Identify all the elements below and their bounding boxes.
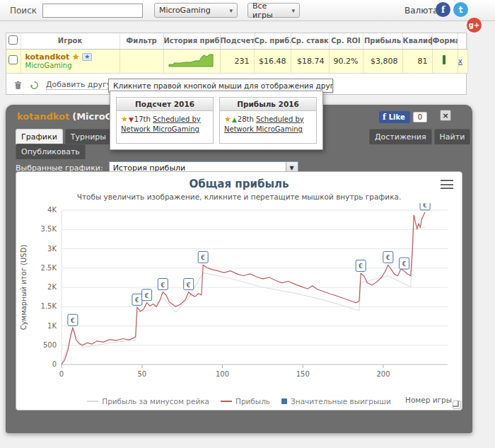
rank-value: 17th: [134, 115, 151, 123]
search-results-panel: Игрок Фильтр История приб. Подсчет Ср. п…: [6, 33, 467, 95]
remove-row-link[interactable]: x: [458, 57, 463, 66]
like-label: Like: [389, 113, 405, 121]
like-button[interactable]: f Like: [379, 111, 410, 123]
legend-item[interactable]: Прибыль: [221, 397, 270, 406]
svg-text:€: €: [135, 297, 139, 304]
svg-text:€: €: [71, 317, 75, 324]
svg-text:3.5K: 3.5K: [41, 225, 57, 233]
svg-text:50: 50: [137, 370, 146, 378]
network-select[interactable]: MicroGaming ▾: [154, 3, 238, 18]
col-header-filter[interactable]: Фильтр: [120, 33, 163, 49]
legend-item[interactable]: Прибыль за минусом рейка: [87, 397, 209, 406]
chevron-down-icon: ▾: [291, 7, 295, 14]
avg-stake-value: $18.74: [291, 49, 329, 73]
avg-roi-value: 90.2%: [329, 49, 363, 73]
profit-value: $3,808: [363, 49, 402, 73]
rank-panel-profit: Прибыль 2016 ★▲28th Scheduled by Network…: [219, 97, 317, 144]
googleplus-icon[interactable]: g+: [467, 18, 482, 33]
col-header-remove: [458, 33, 467, 49]
player-name-link[interactable]: kotandkot: [25, 52, 70, 62]
col-header-avg-profit[interactable]: Ср. приб.: [254, 33, 291, 49]
col-header-qualify[interactable]: Квалиф: [402, 33, 432, 49]
tab-share[interactable]: Опубликовать: [16, 144, 86, 159]
add-another-link[interactable]: Добавить другую: [46, 80, 118, 90]
chevron-down-icon: ▾: [229, 7, 233, 14]
svg-text:Суммарный итог (USD): Суммарный итог (USD): [20, 245, 28, 331]
trend-down-icon: ▼: [129, 116, 134, 123]
col-header-avg-stake[interactable]: Ср. ставк.: [291, 33, 329, 49]
rank-panel-title: Подсчет 2016: [117, 98, 213, 111]
tab-achievements[interactable]: Достижения: [369, 129, 432, 144]
facebook-icon[interactable]: f: [436, 2, 450, 17]
svg-text:€: €: [359, 263, 363, 270]
rank-panel-body: ★▼17th Scheduled by Network MicroGaming: [117, 111, 213, 137]
legend-line-icon: [221, 401, 232, 402]
row-checkbox[interactable]: [8, 55, 18, 64]
col-header-profit[interactable]: Прибыль: [363, 33, 402, 49]
legend-label: Значительные выигрыши: [291, 397, 391, 406]
badge-star-icon: ★: [82, 53, 92, 61]
svg-text:€: €: [402, 260, 407, 268]
tab-tournaments[interactable]: Турниры: [65, 129, 112, 144]
svg-text:€: €: [423, 203, 427, 209]
rank-panel-body: ★▲28th Scheduled by Network MicroGaming: [220, 111, 316, 137]
facebook-like-widget: f Like 0: [379, 111, 427, 123]
svg-text:500: 500: [43, 341, 57, 349]
form-bar-icon: [443, 55, 446, 64]
trend-up-icon: ▲: [232, 116, 237, 123]
col-header-player[interactable]: Игрок: [21, 33, 120, 49]
currency-label: Валюта: [404, 6, 438, 16]
col-header-form[interactable]: Форма: [432, 33, 458, 49]
star-icon: ★: [224, 115, 231, 124]
games-select-value: Все игры: [252, 1, 287, 20]
legend-line-icon: [87, 401, 98, 402]
like-count: 0: [413, 112, 427, 122]
star-icon: ★: [121, 115, 128, 124]
twitter-icon[interactable]: t: [453, 2, 468, 17]
svg-text:€: €: [145, 292, 149, 299]
legend-label: Прибыль за минусом рейка: [102, 397, 209, 406]
select-all-checkbox[interactable]: [8, 35, 18, 45]
close-icon[interactable]: ×: [440, 110, 451, 121]
col-header-history[interactable]: История приб.: [163, 33, 220, 49]
chart-title: Общая прибыль: [16, 178, 462, 190]
rank-panel-title: Прибыль 2016: [220, 98, 316, 111]
profit-line-chart[interactable]: 05001K1.5K2K2.5K3K3.5K4K050100150200€€€€…: [18, 203, 459, 393]
panel-tabs-row2: Опубликовать: [16, 144, 88, 159]
legend-square-icon: [281, 398, 287, 404]
rank-popup: Подсчет 2016 ★▼17th Scheduled by Network…: [110, 91, 323, 150]
games-select[interactable]: Все игры ▾: [248, 3, 300, 18]
search-label: Поиск: [10, 6, 37, 16]
svg-text:2K: 2K: [47, 283, 57, 291]
player-row[interactable]: kotandkot ★ ★ MicroGaming 231 $16.48: [6, 49, 467, 73]
col-header-count[interactable]: Подсчет: [220, 33, 254, 49]
table-footer: Добавить другую: [6, 76, 118, 94]
form-cell: [432, 49, 458, 73]
tab-graphs[interactable]: Графики: [16, 129, 63, 144]
chart-menu-icon[interactable]: [439, 178, 455, 190]
legend-item[interactable]: Значительные выигрыши: [281, 397, 391, 406]
x-axis-label: Номер игры: [405, 396, 452, 404]
tab-find[interactable]: Найти: [434, 129, 471, 144]
refresh-icon[interactable]: [30, 81, 39, 90]
player-detail-panel: kotandkot(MicroGa f Like 0 × Графики Тур…: [6, 105, 472, 433]
trophy-star-icon: ★: [72, 53, 79, 61]
panel-title: kotandkot(MicroGa: [17, 111, 119, 122]
svg-text:1.5K: 1.5K: [41, 302, 57, 310]
svg-text:0: 0: [52, 360, 57, 368]
rank-panel-count: Подсчет 2016 ★▼17th Scheduled by Network…: [116, 97, 214, 144]
results-table: Игрок Фильтр История приб. Подсчет Ср. п…: [6, 33, 468, 74]
player-cell: kotandkot ★ ★ MicroGaming: [21, 49, 120, 73]
search-input[interactable]: [42, 4, 143, 18]
count-value: 231: [220, 49, 254, 73]
svg-text:€: €: [161, 282, 165, 289]
chart-subtitle: Чтобы увеличить изображение, кликните и …: [16, 193, 462, 201]
col-header-avg-roi[interactable]: Ср. ROI: [329, 33, 363, 49]
delete-icon[interactable]: [13, 81, 23, 90]
svg-text:150: 150: [296, 370, 310, 378]
filter-cell[interactable]: [120, 49, 163, 73]
network-select-value: MicroGaming: [159, 6, 211, 15]
svg-text:€: €: [187, 282, 191, 289]
resize-grip[interactable]: [453, 401, 461, 409]
profit-history-cell[interactable]: [163, 49, 220, 73]
